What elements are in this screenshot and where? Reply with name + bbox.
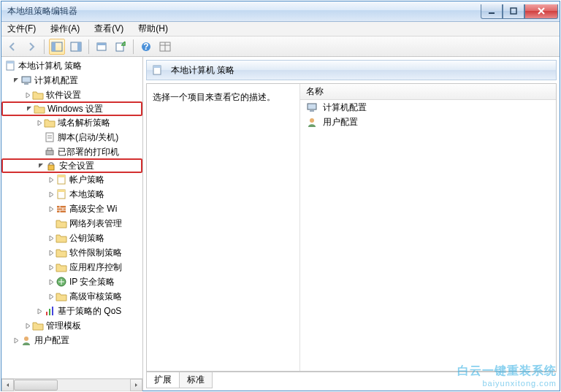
svg-rect-35 — [310, 110, 314, 112]
svg-rect-21 — [48, 165, 54, 170]
svg-rect-34 — [308, 104, 316, 109]
tree-app-control[interactable]: 应用程序控制 — [1, 260, 142, 274]
menu-view[interactable]: 查看(V) — [91, 22, 126, 36]
expand-icon[interactable] — [47, 279, 56, 285]
svg-rect-33 — [153, 66, 161, 68]
tool-bar: ? — [1, 36, 560, 57]
svg-rect-16 — [22, 77, 31, 82]
svg-rect-28 — [46, 312, 47, 315]
tree-ip-security[interactable]: IP 安全策略 — [1, 274, 142, 289]
computer-icon — [20, 74, 32, 86]
tab-extended[interactable]: 扩展 — [146, 372, 180, 388]
help-button[interactable]: ? — [138, 39, 154, 55]
collapse-icon[interactable] — [12, 77, 20, 84]
forward-button[interactable] — [23, 39, 39, 55]
tree-security-settings[interactable]: 安全设置 — [1, 158, 142, 173]
expand-icon[interactable] — [47, 293, 56, 300]
expand-icon[interactable] — [47, 250, 56, 256]
separator — [88, 39, 89, 54]
tree-scripts[interactable]: 脚本(启动/关机) — [1, 130, 142, 145]
svg-rect-0 — [489, 12, 495, 14]
folder-icon — [56, 232, 67, 244]
tree-advanced-audit[interactable]: 高级审核策略 — [1, 289, 142, 304]
folder-icon — [34, 103, 45, 115]
export-button[interactable] — [112, 39, 129, 55]
show-hide-action-button[interactable] — [68, 39, 84, 55]
tab-bar: 扩展 标准 — [146, 372, 557, 388]
folder-icon — [32, 320, 44, 331]
tab-standard[interactable]: 标准 — [179, 372, 213, 388]
expand-icon[interactable] — [12, 337, 20, 344]
scroll-thumb[interactable] — [14, 380, 58, 391]
scroll-track[interactable] — [14, 379, 130, 391]
expand-icon[interactable] — [47, 235, 56, 242]
scroll-right-button[interactable] — [130, 379, 142, 391]
description-placeholder: 选择一个项目来查看它的描述。 — [153, 92, 275, 102]
tree-public-key[interactable]: 公钥策略 — [1, 231, 142, 245]
tree-windows-settings[interactable]: Windows 设置 — [1, 101, 142, 116]
tree-advanced-firewall[interactable]: 高级安全 Wi — [1, 201, 142, 216]
list-item-user-config[interactable]: 用户配置 — [300, 115, 556, 129]
path-text: 本地计算机 策略 — [171, 64, 234, 77]
tree-software-restriction[interactable]: 软件限制策略 — [1, 245, 142, 260]
qos-icon — [44, 305, 56, 317]
script-icon — [44, 131, 56, 143]
svg-rect-7 — [97, 43, 106, 45]
svg-rect-18 — [46, 133, 53, 142]
svg-rect-25 — [58, 190, 65, 192]
tree-name-resolution[interactable]: 域名解析策略 — [1, 115, 142, 130]
menu-action[interactable]: 操作(A) — [47, 22, 83, 36]
title-bar[interactable]: 本地组策略编辑器 — [1, 1, 560, 22]
expand-icon[interactable] — [47, 206, 56, 212]
svg-rect-1 — [511, 8, 516, 14]
tree-qos[interactable]: 基于策略的 QoS — [1, 304, 142, 318]
properties-button[interactable] — [94, 39, 110, 55]
tree-user-config[interactable]: 用户配置 — [1, 333, 142, 347]
expand-icon[interactable] — [47, 177, 56, 183]
user-icon — [306, 116, 318, 128]
maximize-button[interactable] — [503, 4, 524, 19]
collapse-icon[interactable] — [37, 163, 45, 169]
filter-button[interactable] — [157, 39, 173, 55]
tree-root[interactable]: 本地计算机 策略 — [1, 58, 142, 73]
expand-icon[interactable] — [47, 264, 56, 271]
details-pane: 本地计算机 策略 选择一个项目来查看它的描述。 名称 计算机配置 — [143, 57, 560, 391]
svg-rect-30 — [52, 307, 53, 315]
column-header-name[interactable]: 名称 — [300, 84, 556, 100]
document-icon — [4, 60, 16, 72]
expand-icon[interactable] — [35, 308, 44, 315]
expand-icon[interactable] — [23, 92, 32, 99]
body: 本地计算机 策略 计算机配置 软件设置 Windows 设置 — [1, 57, 560, 391]
expand-icon[interactable] — [47, 191, 56, 198]
list-column: 名称 计算机配置 用户配置 — [300, 84, 556, 371]
expand-icon[interactable] — [35, 120, 44, 126]
close-button[interactable] — [524, 4, 558, 19]
tree-software-settings[interactable]: 软件设置 — [1, 88, 142, 102]
tree-deployed-printers[interactable]: 已部署的打印机 — [1, 145, 142, 159]
show-hide-tree-button[interactable] — [49, 39, 65, 55]
menu-help[interactable]: 帮助(H) — [135, 22, 171, 36]
collapse-icon[interactable] — [25, 106, 34, 112]
tree-view[interactable]: 本地计算机 策略 计算机配置 软件设置 Windows 设置 — [1, 57, 142, 378]
folder-icon — [56, 291, 67, 302]
menu-file[interactable]: 文件(F) — [4, 22, 39, 36]
tree-computer-config[interactable]: 计算机配置 — [1, 73, 142, 88]
scroll-left-button[interactable] — [1, 379, 14, 391]
ipsec-icon — [56, 276, 67, 288]
list-item-computer-config[interactable]: 计算机配置 — [300, 100, 556, 115]
expand-icon[interactable] — [23, 323, 32, 329]
folder-icon — [44, 117, 56, 128]
tree-local-policies[interactable]: 本地策略 — [1, 187, 142, 201]
back-button[interactable] — [4, 39, 20, 55]
svg-point-31 — [24, 337, 28, 341]
tree-network-list[interactable]: 网络列表管理 — [1, 216, 142, 231]
separator — [133, 39, 134, 54]
horizontal-scrollbar[interactable] — [1, 378, 142, 391]
minimize-button[interactable] — [481, 4, 503, 19]
tree-admin-templates[interactable]: 管理模板 — [1, 318, 142, 333]
policy-icon — [56, 174, 67, 185]
document-icon — [151, 64, 163, 76]
folder-icon — [56, 261, 67, 273]
content-area: 选择一个项目来查看它的描述。 名称 计算机配置 用户配置 — [146, 83, 557, 372]
tree-account-policies[interactable]: 帐户策略 — [1, 172, 142, 187]
